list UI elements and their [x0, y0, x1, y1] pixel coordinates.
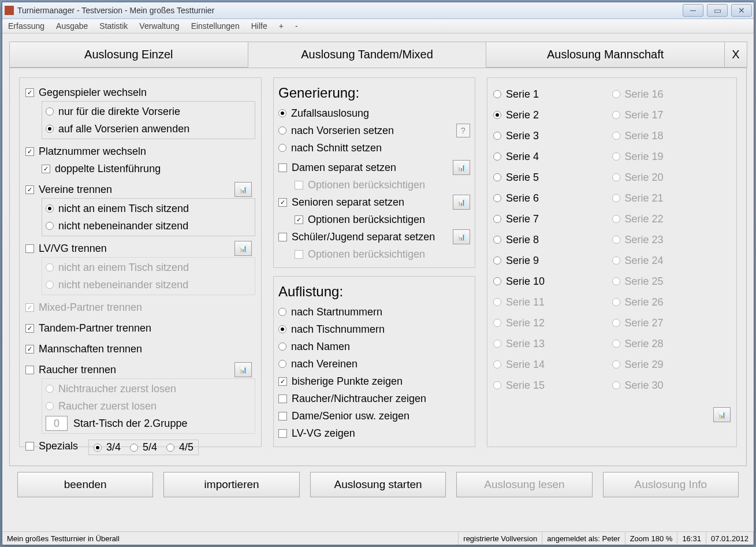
serie-27-label: Serie 27 — [625, 317, 664, 329]
serie-13-label: Serie 13 — [506, 338, 545, 350]
raucher-checkbox[interactable] — [25, 366, 34, 374]
mannschaften-checkbox[interactable]: ✓ — [25, 345, 34, 353]
series-chart-button[interactable]: 📊 — [713, 407, 731, 422]
tandem-partner-checkbox[interactable]: ✓ — [25, 324, 34, 333]
serie-2-label: Serie 2 — [506, 109, 539, 121]
serie-29-radio — [612, 360, 620, 369]
serie-24-label: Serie 24 — [625, 255, 664, 267]
serie-10-radio[interactable] — [493, 277, 501, 285]
minimize-button[interactable]: ─ — [683, 4, 703, 17]
close-window-button[interactable]: ✕ — [731, 4, 752, 17]
serie-22-radio — [612, 215, 620, 223]
menu-plus[interactable]: + — [279, 21, 284, 31]
damen-chart-button[interactable]: 📊 — [453, 160, 470, 175]
serie-6-radio[interactable] — [493, 194, 501, 202]
tab-tandem-mixed[interactable]: Auslosung Tandem/Mixed — [248, 42, 487, 68]
menu-einstellungen[interactable]: Einstellungen — [191, 21, 240, 31]
menu-minus[interactable]: - — [295, 21, 298, 31]
serie-7-radio[interactable] — [493, 215, 501, 223]
senioren-opt-checkbox[interactable]: ✓ — [295, 215, 303, 224]
maximize-button[interactable]: ▭ — [707, 4, 728, 17]
tischnummern-radio[interactable] — [278, 325, 286, 333]
serie-4-label: Serie 4 — [506, 151, 539, 163]
menu-verwaltung[interactable]: Verwaltung — [139, 21, 179, 31]
raucher-zeigen-checkbox[interactable] — [278, 395, 287, 403]
vereine-chart-button[interactable]: 📊 — [234, 182, 252, 197]
tab-einzel[interactable]: Auslosung Einzel — [9, 42, 248, 68]
vereinen-radio[interactable] — [278, 360, 286, 368]
spez-54-radio[interactable] — [130, 444, 138, 452]
menu-hilfe[interactable]: Hilfe — [251, 21, 267, 31]
platznummer-checkbox[interactable]: ✓ — [25, 147, 34, 156]
serie-4-radio[interactable] — [493, 152, 501, 161]
serie-25-radio — [612, 277, 620, 285]
spez-34-radio[interactable] — [94, 444, 102, 452]
generierung-heading: Generierung: — [278, 85, 470, 101]
titlebar: Turniermanager - Testversion - Mein groß… — [2, 2, 754, 19]
serie-3-radio[interactable] — [493, 132, 501, 140]
serie-1-radio[interactable] — [493, 90, 501, 98]
serie-25-label: Serie 25 — [625, 276, 664, 288]
serie-11-label: Serie 11 — [506, 296, 545, 308]
serie-13-radio — [493, 340, 501, 348]
serie-24-radio — [612, 256, 620, 265]
serie-28-radio — [612, 340, 620, 348]
status-time: 16:31 — [677, 532, 706, 545]
vereine-checkbox[interactable]: ✓ — [25, 185, 34, 194]
help-button[interactable]: ? — [456, 124, 470, 137]
damen-checkbox[interactable] — [278, 163, 287, 172]
raucher-chart-button[interactable]: 📊 — [234, 362, 252, 377]
tab-close-button[interactable]: X — [724, 42, 747, 68]
serie-8-radio[interactable] — [493, 236, 501, 244]
dame-senior-checkbox[interactable] — [278, 412, 287, 421]
auslosung-info-button: Auslosung Info — [603, 472, 739, 497]
status-version: registrierte Vollversion — [459, 532, 542, 545]
beenden-button[interactable]: beenden — [17, 472, 153, 497]
serie-17-radio — [612, 111, 620, 119]
serie-28-label: Serie 28 — [625, 338, 664, 350]
zufall-radio[interactable] — [278, 109, 286, 117]
senioren-chart-button[interactable]: 📊 — [453, 195, 470, 210]
senioren-checkbox[interactable]: ✓ — [278, 198, 287, 207]
namen-radio[interactable] — [278, 343, 286, 351]
gegenspieler-checkbox[interactable]: ✓ — [25, 88, 34, 97]
schueler-chart-button[interactable]: 📊 — [453, 229, 470, 244]
spez-45-radio[interactable] — [166, 444, 174, 452]
verein-tisch-radio[interactable] — [46, 204, 54, 213]
start-tisch-input[interactable]: 0 — [46, 416, 68, 431]
menu-ausgabe[interactable]: Ausgabe — [56, 21, 88, 31]
vorserie-direkt-radio[interactable] — [46, 107, 54, 116]
vorserie-alle-radio[interactable] — [46, 125, 54, 133]
vorserien-radio[interactable] — [278, 126, 286, 135]
serie-12-radio — [493, 319, 501, 327]
punkte-checkbox[interactable]: ✓ — [278, 377, 287, 386]
serie-1-label: Serie 1 — [506, 88, 539, 101]
lvvg-chart-button[interactable]: 📊 — [234, 241, 252, 256]
window-title: Turniermanager - Testversion - Mein groß… — [17, 6, 214, 15]
verein-neben-radio[interactable] — [46, 222, 54, 230]
auslosung-starten-button[interactable]: Auslosung starten — [310, 472, 446, 497]
startnummern-radio[interactable] — [278, 308, 286, 316]
menu-statistik[interactable]: Statistik — [99, 21, 128, 31]
importieren-button[interactable]: importieren — [163, 472, 299, 497]
serie-16-radio — [612, 90, 620, 98]
lvvg-checkbox[interactable] — [25, 244, 34, 253]
serie-9-label: Serie 9 — [506, 255, 539, 267]
serie-22-label: Serie 22 — [625, 213, 664, 225]
menu-erfassung[interactable]: Erfassung — [8, 21, 44, 31]
spezials-checkbox[interactable] — [25, 442, 34, 451]
schnitt-radio[interactable] — [278, 144, 286, 152]
serie-9-radio[interactable] — [493, 256, 501, 265]
lvvg-zeigen-checkbox[interactable] — [278, 429, 287, 438]
serie-2-radio[interactable] — [493, 111, 501, 119]
tab-mannschaft[interactable]: Auslosung Mannschaft — [486, 42, 725, 68]
auslosung-lesen-button: Auslosung lesen — [456, 472, 592, 497]
doppelte-liste-checkbox[interactable]: ✓ — [42, 165, 50, 173]
schueler-checkbox[interactable] — [278, 233, 287, 241]
serie-19-radio — [612, 152, 620, 161]
serie-15-label: Serie 15 — [506, 379, 545, 392]
app-icon — [5, 6, 14, 15]
status-date: 07.01.2012 — [706, 532, 754, 545]
serie-5-radio[interactable] — [493, 173, 501, 181]
serie-17-label: Serie 17 — [625, 109, 664, 121]
